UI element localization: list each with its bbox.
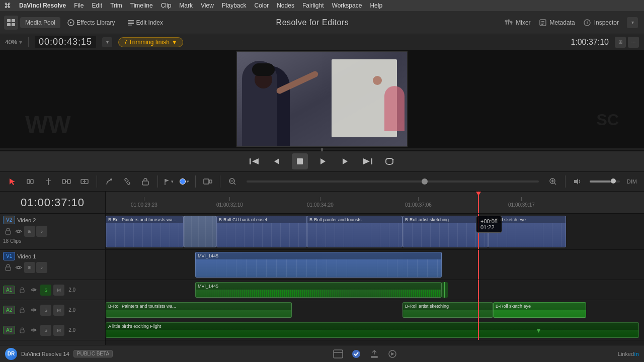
a2-clip-1[interactable]: B-Roll Painters and toursists wa... [106,302,292,318]
v2-clip-2[interactable] [184,216,216,247]
a2-clip-3[interactable]: B-Roll sketch eye [493,302,586,318]
effects-library-button[interactable]: Effects Library [62,17,120,28]
media-pool-button[interactable]: Media Pool [20,17,60,28]
snap-tool-button[interactable] [22,173,38,190]
a3-s-icon[interactable]: S [40,325,51,336]
zoom-slider-thumb[interactable] [422,178,428,185]
a2-eye-icon[interactable] [29,306,38,315]
status-icon-3[interactable] [367,347,381,361]
blade-tool-button[interactable] [40,173,56,190]
edit-index-button[interactable]: Edit Index [122,17,168,28]
apple-menu[interactable]: ⌘ [4,2,11,10]
zoom-in-button[interactable] [545,173,561,190]
v2-clip-5[interactable]: B-Roll artist sketching [403,216,488,247]
inspector-button[interactable]: Inspector [583,19,619,27]
a1-m-icon[interactable]: M [53,285,64,296]
v2-clip-3[interactable]: B-Roll CU back of easel [216,216,307,247]
v1-clip-1[interactable]: MVI_1445 [195,252,442,278]
volume-slider[interactable] [590,180,620,183]
v1-grid-icon[interactable]: ⊞ [24,262,35,273]
scrub-handle[interactable] [321,148,323,151]
trim-tool-button[interactable] [58,173,74,190]
v2-eye-icon[interactable] [14,227,23,236]
mark-menu[interactable]: Mark [179,2,193,9]
v2-badge[interactable]: V2 [3,216,15,224]
nodes-menu[interactable]: Nodes [277,2,294,9]
color-menu[interactable]: Color [255,2,269,9]
trim-mode-badge[interactable]: 7 Trimming finish ▼ [118,37,183,47]
flag-tool-button[interactable]: ▾ [162,173,176,190]
app-menu-item[interactable]: DaVinci Resolve [19,2,66,9]
dynamic-trim-button[interactable] [76,173,93,190]
skip-to-end-button[interactable] [360,154,374,168]
view-menu[interactable]: View [201,2,214,9]
clip-menu[interactable]: Clip [161,2,172,9]
menu-bar: ⌘ DaVinci Resolve File Edit Trim Timelin… [0,0,644,11]
marker-color-button[interactable]: ▾ [178,173,191,190]
toolbar-expand-button[interactable]: ▾ [627,17,638,28]
file-menu[interactable]: File [74,2,84,9]
status-icon-2[interactable] [349,347,363,361]
volume-button[interactable] [570,173,586,190]
edit-menu[interactable]: Edit [92,2,103,9]
a1-s-icon[interactable]: S [40,285,51,296]
loop-button[interactable] [382,154,396,168]
workspace-menu[interactable]: Workspace [332,2,362,9]
v1-audio-icon[interactable]: ♪ [36,262,47,273]
mixer-button[interactable]: Mixer [505,19,530,27]
v2-lock-icon[interactable] [3,226,13,236]
zoom-slider[interactable] [247,180,539,183]
time-ruler[interactable]: 01:00:29:23 01:00:32:10 01:00:34:20 01:0… [106,192,644,214]
a2-lock-icon[interactable] [17,305,27,315]
trim-menu[interactable]: Trim [110,2,122,9]
v2-audio-icon[interactable]: ♪ [36,226,47,237]
v2-solo-icon[interactable]: ⊞ [24,226,35,237]
v2-clip-6[interactable]: B-Roll sketch eye [488,216,566,247]
playback-menu[interactable]: Playback [222,2,247,9]
v2-clip-4[interactable]: B-Roll painter and tourists [307,216,403,247]
zoom-chevron-icon[interactable]: ▾ [19,39,22,46]
a3-lock-icon[interactable] [17,325,27,335]
prev-frame-button[interactable] [270,154,284,168]
select-tool-button[interactable] [4,173,20,190]
skip-to-start-button[interactable] [248,154,262,168]
timecode-dropdown[interactable]: ▾ [102,37,112,47]
a2-clip-2[interactable]: B-Roll artist sketching [403,302,493,318]
media-pool-icon[interactable] [4,16,18,30]
zoom-control[interactable]: 40% ▾ [5,39,22,46]
stop-button[interactable] [292,153,308,169]
a1-badge[interactable]: A1 [3,286,15,294]
lock-tool-button[interactable] [137,173,153,190]
flag-dropdown-icon[interactable]: ▾ [171,179,174,184]
draw-tool-button[interactable] [101,173,117,190]
a1-clip-1[interactable]: MVI_1445 [195,282,442,298]
volume-slider-thumb[interactable] [611,178,616,184]
timebar-grid-button[interactable]: ⊞ [615,37,626,48]
fairlight-menu[interactable]: Fairlight [302,2,324,9]
timeline-menu[interactable]: Timeline [130,2,153,9]
marker-chevron-icon[interactable]: ▾ [187,179,189,184]
a3-m-icon[interactable]: M [53,325,64,336]
a3-eye-icon[interactable] [29,326,38,335]
metadata-button[interactable]: Metadata [539,19,575,27]
a2-s-icon[interactable]: S [40,305,51,316]
status-icon-4[interactable] [385,347,399,361]
status-icon-1[interactable] [331,347,345,361]
a3-badge[interactable]: A3 [3,326,15,334]
a2-m-icon[interactable]: M [53,305,64,316]
a1-lock-icon[interactable] [17,285,27,295]
a2-badge[interactable]: A2 [3,306,15,314]
v1-lock-icon[interactable] [3,262,13,273]
v1-eye-icon[interactable] [14,263,23,272]
link-tool-button[interactable] [119,173,135,190]
a1-eye-icon[interactable] [29,286,38,295]
next-frame-button[interactable] [338,154,352,168]
multi-cam-button[interactable] [200,173,216,190]
v2-clip-1[interactable]: B-Roll Painters and toursists wa... [106,216,184,247]
play-button[interactable] [316,154,330,168]
a3-clip-1[interactable]: A little bird's exciting Flight [106,322,639,338]
zoom-out-button[interactable] [224,173,240,190]
help-menu[interactable]: Help [370,2,382,9]
v1-badge[interactable]: V1 [3,252,15,260]
timebar-more-button[interactable]: ··· [628,37,639,48]
